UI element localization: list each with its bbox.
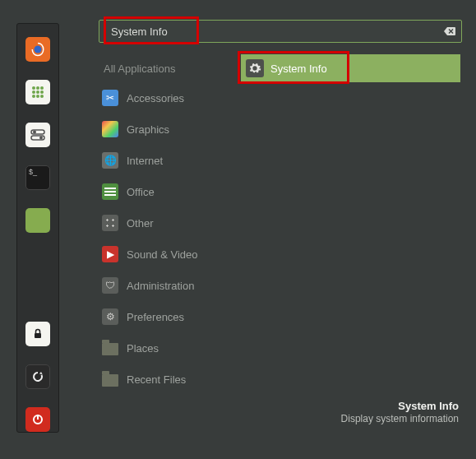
search-results: System Info — [233, 54, 469, 395]
footer-title: System Info — [341, 400, 459, 412]
category-label: Administration — [127, 280, 194, 292]
clear-search-icon[interactable] — [444, 26, 455, 36]
scissors-icon: ✂ — [102, 90, 118, 106]
svg-rect-14 — [35, 333, 41, 338]
category-office[interactable]: Office — [102, 176, 233, 207]
result-system-info[interactable]: System Info — [241, 54, 460, 82]
svg-point-9 — [40, 95, 44, 98]
category-label: Other — [127, 217, 154, 230]
palette-icon — [102, 121, 118, 137]
dock-files[interactable] — [25, 208, 50, 233]
category-accessories[interactable]: ✂ Accessories — [102, 82, 233, 114]
svg-point-7 — [32, 95, 35, 98]
category-label: Recent Files — [127, 373, 186, 386]
category-recent-files[interactable]: Recent Files — [102, 364, 233, 395]
dock-apps[interactable] — [25, 80, 50, 104]
footer-description: Display system information — [341, 413, 459, 424]
svg-point-11 — [33, 131, 36, 134]
category-internet[interactable]: 🌐 Internet — [102, 145, 233, 176]
category-other[interactable]: Other — [102, 207, 233, 239]
gear-icon — [246, 59, 264, 77]
category-graphics[interactable]: Graphics — [102, 114, 233, 145]
folder-icon — [102, 374, 118, 387]
category-preferences[interactable]: ⚙ Preferences — [102, 301, 233, 332]
category-all-applications[interactable]: All Applications — [102, 54, 233, 82]
sliders-icon: ⚙ — [102, 308, 118, 325]
svg-point-1 — [32, 86, 35, 90]
dock-lock[interactable] — [25, 322, 50, 346]
globe-icon: 🌐 — [102, 152, 118, 169]
launcher-dock — [16, 23, 59, 433]
grid-icon — [102, 215, 118, 231]
category-label: Internet — [127, 155, 163, 167]
svg-point-6 — [40, 90, 44, 94]
document-icon — [102, 183, 118, 200]
category-places[interactable]: Places — [102, 332, 233, 364]
category-label: All Applications — [104, 63, 175, 75]
category-administration[interactable]: 🛡 Administration — [102, 270, 233, 301]
play-icon: ▶ — [102, 246, 118, 262]
search-input[interactable] — [99, 20, 462, 43]
svg-point-4 — [32, 90, 35, 94]
dock-settings-toggle[interactable] — [25, 123, 50, 147]
svg-point-5 — [36, 90, 39, 94]
svg-point-3 — [40, 86, 44, 90]
svg-point-0 — [35, 46, 42, 53]
application-menu: All Applications ✂ Accessories Graphics … — [90, 18, 469, 436]
svg-point-8 — [36, 95, 39, 98]
dock-firefox[interactable] — [25, 37, 50, 62]
category-label: Preferences — [127, 311, 184, 323]
result-label: System Info — [270, 63, 327, 75]
app-description-footer: System Info Display system information — [341, 400, 459, 424]
svg-rect-16 — [37, 415, 39, 420]
dock-logout[interactable] — [25, 364, 50, 389]
svg-point-13 — [39, 137, 43, 140]
category-label: Office — [127, 186, 155, 198]
shield-icon: 🛡 — [102, 277, 118, 294]
category-label: Graphics — [127, 123, 169, 136]
category-sound-video[interactable]: ▶ Sound & Video — [102, 239, 233, 270]
category-label: Sound & Video — [127, 248, 198, 261]
dock-terminal[interactable] — [25, 165, 50, 190]
category-label: Places — [127, 342, 159, 355]
category-label: Accessories — [127, 92, 184, 104]
folder-icon — [102, 343, 118, 355]
category-list: All Applications ✂ Accessories Graphics … — [90, 54, 233, 395]
svg-point-2 — [36, 86, 39, 90]
dock-power[interactable] — [25, 407, 50, 432]
